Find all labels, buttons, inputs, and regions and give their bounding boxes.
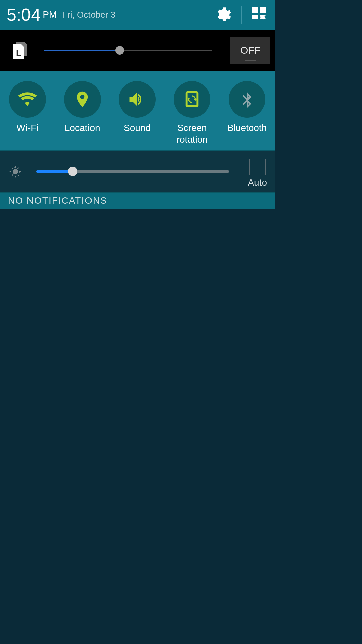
wifi-icon [17,89,38,109]
clock-time: 5:04 [7,5,41,25]
toggle-location[interactable]: Location [56,81,109,134]
quick-toggles-row: Wi-Fi Location Sound Screen rotation Blu… [0,71,275,151]
toggle-sound[interactable]: Sound [110,81,164,134]
svg-text:L: L [16,48,21,58]
toggle-label: Screen rotation [177,122,208,145]
brightness-slider[interactable] [36,170,229,173]
toggle-label: Bluetooth [227,122,267,134]
header-divider [241,6,242,24]
toggle-label: Location [65,122,100,134]
brightness-slider-thumb[interactable] [68,167,77,176]
no-notifications-bar: NO NOTIFICATIONS [0,193,275,209]
auto-checkbox[interactable] [249,159,266,175]
toggle-rotation[interactable]: Screen rotation [165,81,219,145]
brightness-slider-fill [36,170,73,173]
svg-rect-0 [252,7,258,13]
auto-label: Auto [248,177,267,188]
toggle-label: Wi-Fi [16,122,38,134]
rotation-icon [183,90,201,109]
sound-icon [127,89,147,109]
no-notifications-text: NO NOTIFICATIONS [8,195,107,206]
settings-icon[interactable] [214,6,231,23]
svg-rect-1 [260,7,266,13]
notifications-body [0,209,275,480]
sim-slider-thumb[interactable] [115,46,124,55]
toggle-label: Sound [124,122,151,134]
sim-slider-fill [44,50,120,51]
quick-settings-grid-icon[interactable] [250,6,268,23]
clock-ampm: PM [43,9,57,20]
clock-date: Fri, October 3 [62,10,115,20]
off-button[interactable]: OFF [230,37,270,64]
location-icon [73,90,92,109]
toggle-wifi[interactable]: Wi-Fi [1,81,54,134]
status-header: 5:04 PM Fri, October 3 [0,0,275,30]
toggle-bluetooth[interactable]: Bluetooth [220,81,274,134]
brightness-row: Auto [0,151,275,193]
sim-volume-row: L OFF [0,30,275,71]
bluetooth-icon [238,91,256,108]
auto-brightness: Auto [248,159,267,188]
svg-rect-2 [252,15,258,19]
sim-card-icon: L [11,40,28,60]
sim-slider[interactable] [44,50,212,51]
bottom-divider [0,473,275,473]
brightness-icon [7,164,23,180]
